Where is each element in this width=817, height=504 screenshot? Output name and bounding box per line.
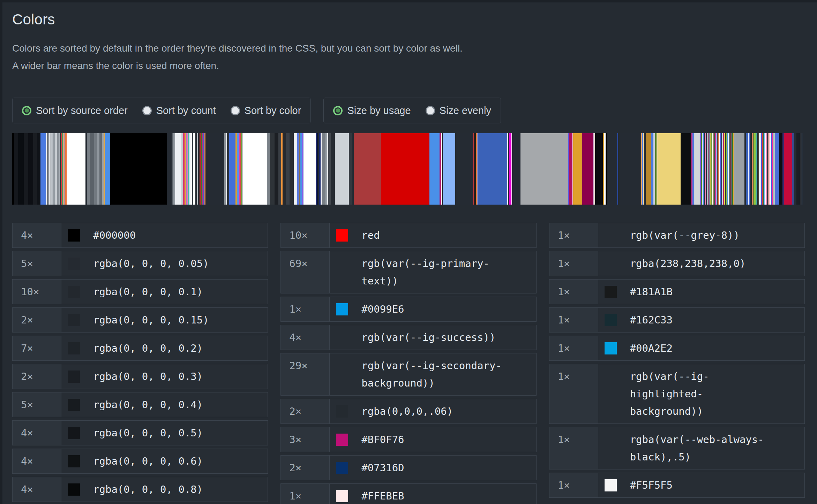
bar-segment [40,133,46,205]
color-list-column-3: 1×rgb(var(--grey-8))1×rgba(238,238,238,0… [549,223,805,498]
bar-segment [381,133,429,205]
color-value: #07316D [361,459,505,476]
color-value: rgb(var(--ig-highlighted-background)) [630,368,774,420]
color-value: rgba(0,0,0,.06) [361,403,505,420]
color-row: 7×rgba(0, 0, 0, 0.2) [12,336,268,361]
color-value-cell: #07316D [330,456,536,480]
description-line-1: Colors are sorted by default in the orde… [12,40,805,57]
color-value-cell: rgb(var(--ig-primary-text)) [330,251,536,293]
color-row: 4×rgb(var(--ig-success)) [280,325,536,350]
bar-segment [607,133,617,205]
radio-option-label: Size by usage [347,105,411,116]
bar-segment [283,133,286,205]
color-value: #162C33 [630,311,774,329]
color-swatch [605,286,617,298]
color-value: rgb(var(--ig-success)) [361,329,505,346]
color-value: #000000 [93,227,237,244]
usage-count: 10× [13,280,61,304]
radio-unselected-icon[interactable] [426,106,435,115]
usage-count: 1× [549,336,598,360]
radio-option-label: Sort by count [156,105,216,116]
bar-segment [354,133,382,205]
color-swatch [68,342,80,354]
color-value-cell: rgb(var(--ig-highlighted-background)) [598,364,804,423]
color-value: red [361,227,505,244]
color-value-cell: rgba(0, 0, 0, 0.6) [61,449,268,473]
color-swatch [605,442,617,455]
color-value: rgb(var(--grey-8)) [630,227,774,244]
color-value-cell: rgba(var(--web-always-black),.5) [598,427,804,469]
bar-segment [349,133,352,205]
color-row: 1×#FFEBEB [280,483,536,504]
color-swatch [68,371,80,383]
color-value-cell: #162C33 [598,308,804,332]
bar-segment [443,133,455,205]
bar-segment [18,133,24,205]
color-value: #0099E6 [361,300,505,318]
color-swatch [336,229,348,242]
usage-count: 1× [549,473,598,497]
bar-segment [290,133,294,205]
bar-segment [520,133,568,205]
usage-count: 5× [13,251,61,276]
color-row: 1×#181A1B [549,279,805,304]
color-row: 1×#0099E6 [280,297,536,322]
bar-segment [229,133,235,205]
color-value-cell: #F5F5F5 [598,473,804,497]
bar-segment [618,133,641,205]
color-list: 4×#0000005×rgba(0, 0, 0, 0.05)10×rgba(0,… [12,223,805,504]
usage-count: 4× [13,449,61,473]
color-swatch [336,303,348,315]
color-row: 29×rgb(var(--ig-secondary-background)) [280,353,536,396]
color-value-cell: #000000 [61,223,268,247]
bar-segment [775,133,779,205]
color-row: 1×#162C33 [549,307,805,333]
color-row: 1×rgb(var(--grey-8)) [549,223,805,248]
radio-option-label: Size evenly [440,105,491,116]
usage-count: 3× [281,427,330,452]
usage-count: 1× [281,484,330,504]
color-value-cell: #181A1B [598,280,804,304]
color-swatch [336,462,348,474]
radio-selected-icon[interactable] [22,106,31,115]
radio-unselected-icon[interactable] [231,106,240,115]
bar-segment [595,133,603,205]
bar-segment [267,133,270,205]
bar-segment [681,133,691,205]
color-row: 5×rgba(0, 0, 0, 0.4) [12,392,268,417]
color-value: rgb(var(--ig-primary-text)) [361,255,505,290]
color-value-cell: #0099E6 [330,297,536,321]
color-row: 1×rgba(var(--web-always-black),.5) [549,427,805,469]
usage-count: 2× [13,308,61,332]
usage-count: 4× [13,421,61,445]
radio-option-size-by-usage[interactable]: Size by usage [333,105,411,116]
page-title: Colors [12,0,805,29]
color-value-cell: #FFEBEB [330,484,536,504]
bar-segment [37,133,40,205]
radio-option-sort-by-color[interactable]: Sort by color [231,105,301,116]
color-value-cell: rgba(0, 0, 0, 0.8) [61,477,268,502]
color-value: rgba(0, 0, 0, 0.8) [93,481,237,498]
color-value-cell: rgb(var(--grey-8)) [598,223,804,247]
radio-option-size-evenly[interactable]: Size evenly [426,105,491,116]
color-row: 10×red [280,223,536,248]
color-swatch [336,266,348,278]
color-swatch [68,258,80,270]
radio-selected-icon[interactable] [333,106,343,115]
radio-unselected-icon[interactable] [142,106,152,115]
color-swatch [605,258,617,270]
bar-segment [328,133,331,205]
color-row: 2×rgba(0, 0, 0, 0.15) [12,307,268,333]
bar-segment [322,133,325,205]
bar-segment [573,133,582,205]
controls-row: Sort by source orderSort by countSort by… [12,98,805,123]
radio-option-sort-by-count[interactable]: Sort by count [142,105,216,116]
radio-option-sort-by-source-order[interactable]: Sort by source order [22,105,128,116]
color-row: 4×#000000 [12,223,268,248]
size-options-group: Size by usageSize evenly [323,98,501,123]
usage-count: 29× [281,353,330,395]
bar-segment [14,133,18,205]
color-value: rgba(238,238,238,0) [630,255,774,272]
bar-segment [646,133,651,205]
color-value-cell: rgba(0, 0, 0, 0.05) [61,251,268,276]
